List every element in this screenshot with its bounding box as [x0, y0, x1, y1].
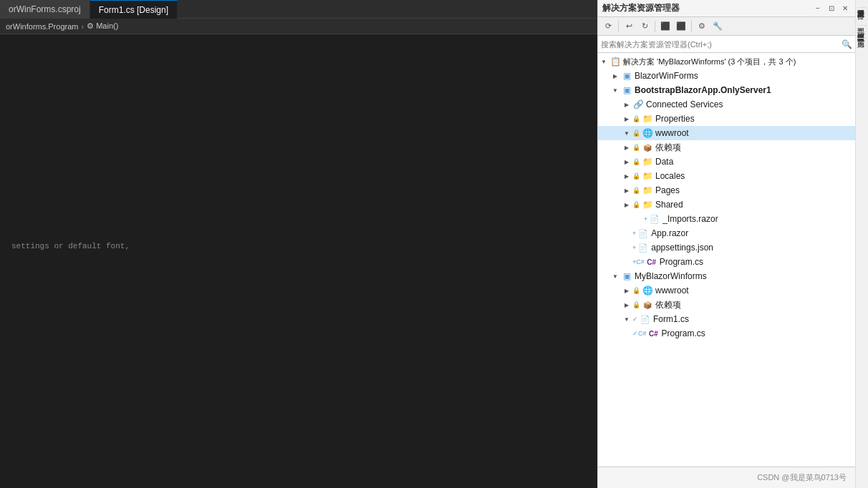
se-search-input[interactable] [601, 40, 842, 49]
tree-item-blazorwinforms[interactable]: ▣ BlazorWinForms [598, 69, 855, 83]
se-pin-button[interactable]: − [812, 3, 824, 14]
se-toolbar-sep2 [655, 21, 655, 32]
tree-icon-pages: 📁 [642, 185, 653, 196]
solution-explorer: 解决方案资源管理器 − ⊡ ✕ ⟳ ↩ ↻ ⬛ ⬛ ⚙ 🔧 🔍 📋 解决方案 '… [597, 0, 855, 488]
tree-icon-deps2: 📦 [642, 299, 653, 311]
se-search-box[interactable]: 🔍 [598, 36, 855, 53]
se-forward-button[interactable]: ↻ [637, 19, 652, 34]
tree-label-blazorwinforms: BlazorWinForms [635, 71, 852, 81]
tree-icon-wwwroot1: 🌐 [642, 127, 653, 139]
tree-icon-myblazor: ▣ [621, 270, 632, 282]
se-tree: 📋 解决方案 'MyBlazorWinforms' (3 个项目，共 3 个) … [598, 53, 855, 467]
lock-icon-locales: 🔒 [632, 172, 640, 180]
tree-item-form1cs[interactable]: ✓ 📄 Form1.cs [598, 312, 855, 326]
tree-icon-connected: 🔗 [632, 99, 644, 110]
tree-item-deps1[interactable]: 🔒 📦 依赖项 [598, 140, 855, 155]
tree-icon-blazorwinforms: ▣ [621, 70, 632, 82]
tree-item-locales[interactable]: 🔒 📁 Locales [598, 169, 855, 183]
tree-item-myblazor[interactable]: ▣ MyBlazorWinforms [598, 269, 855, 283]
tree-item-apprazor[interactable]: + 📄 App.razor [598, 226, 855, 240]
se-back-button[interactable]: ↩ [622, 19, 636, 34]
tree-item-solution[interactable]: 📋 解决方案 'MyBlazorWinforms' (3 个项目，共 3 个) [598, 54, 855, 69]
breadcrumb-part1: orWinforms.Program [6, 22, 78, 31]
tree-item-data[interactable]: 🔒 📁 Data [598, 155, 855, 169]
tree-icon-appsettings: 📄 [637, 242, 649, 253]
check-icon-form1cs: ✓ [632, 316, 638, 323]
tree-label-wwwroot1: wwwroot [655, 128, 852, 138]
tree-arrow-properties [621, 116, 632, 122]
breadcrumb: orWinforms.Program › ⚙ Main() [0, 19, 597, 34]
tree-label-locales: Locales [655, 171, 852, 181]
tree-label-deps2: 依赖项 [655, 299, 852, 311]
lock-icon-wwwroot2: 🔒 [632, 287, 640, 294]
se-sync-button[interactable]: ⟳ [601, 19, 615, 34]
strip-item-solution[interactable]: 解决方案资源管理器 [857, 1, 867, 8]
editor-area: orWinForms.csproj Form1.cs [Design] orWi… [0, 0, 597, 488]
tree-item-properties[interactable]: 🔒 📁 Properties [598, 112, 855, 126]
tree-item-appsettings[interactable]: + 📄 appsettings.json [598, 240, 855, 255]
tree-arrow-bootstrap [609, 87, 621, 94]
tree-item-imports[interactable]: + 📄 _Imports.razor [598, 212, 855, 226]
se-tools-button[interactable]: 🔧 [710, 19, 725, 34]
tab-form1[interactable]: Form1.cs [Design] [90, 0, 178, 19]
tree-arrow-pages [621, 187, 632, 194]
tree-label-apprazor: App.razor [651, 228, 852, 238]
lock-icon-data: 🔒 [632, 158, 640, 165]
tabs-bar: orWinForms.csproj Form1.cs [Design] [0, 0, 597, 19]
tree-item-wwwroot2[interactable]: 🔒 🌐 wwwroot [598, 283, 855, 298]
tree-label-form1cs: Form1.cs [653, 314, 852, 324]
tree-item-program1[interactable]: +C# C# Program.cs [598, 255, 855, 269]
plus-icon-imports: + [644, 215, 647, 223]
tree-arrow-shared [621, 202, 632, 208]
se-settings-button[interactable]: ⚙ [695, 19, 709, 34]
tree-label-appsettings: appsettings.json [651, 243, 852, 253]
se-collapse-button[interactable]: ⬛ [658, 19, 672, 34]
se-expand-button[interactable]: ⬛ [674, 19, 688, 34]
se-close-button[interactable]: ✕ [839, 3, 851, 14]
se-title: 解决方案资源管理器 [602, 2, 812, 14]
tree-item-connected[interactable]: 🔗 Connected Services [598, 97, 855, 112]
lock-icon-deps1: 🔒 [632, 144, 640, 151]
tree-icon-apprazor: 📄 [637, 228, 649, 239]
lock-icon-properties: 🔒 [632, 115, 640, 122]
tree-arrow-data [621, 159, 632, 165]
breadcrumb-sep: › [81, 22, 84, 31]
tab-csproj[interactable]: orWinForms.csproj [0, 0, 90, 19]
tree-label-program1: Program.cs [660, 257, 852, 267]
se-titlebar-icons: − ⊡ ✕ [812, 3, 851, 14]
tree-item-wwwroot1[interactable]: 🔒 🌐 wwwroot [598, 126, 855, 140]
tree-label-imports: _Imports.razor [662, 214, 852, 224]
tree-arrow-blazorwinforms [609, 73, 621, 79]
se-toolbar-sep3 [691, 21, 692, 32]
strip-item-team[interactable]: 团队资源管理器 [857, 26, 867, 32]
se-toolbar-sep1 [618, 21, 619, 32]
tree-icon-locales: 📁 [642, 170, 653, 182]
code-editor[interactable]: settings or default font, [0, 34, 597, 488]
tree-icon-form1cs: 📄 [640, 313, 651, 325]
check-icon-program2: ✓C# [632, 330, 647, 337]
tree-icon-bootstrap: ▣ [621, 84, 632, 96]
se-toolbar: ⟳ ↩ ↻ ⬛ ⬛ ⚙ 🔧 [598, 17, 855, 36]
tree-icon-wwwroot2: 🌐 [642, 285, 653, 296]
plus-icon-program1: +C# [632, 258, 645, 265]
search-icon: 🔍 [842, 39, 852, 49]
lock-icon-deps2: 🔒 [632, 301, 640, 308]
tree-item-shared[interactable]: 🔒 📁 Shared [598, 197, 855, 212]
tree-item-deps2[interactable]: 🔒 📦 依赖项 [598, 298, 855, 312]
tree-icon-deps1: 📦 [642, 142, 653, 153]
tree-item-bootstrap[interactable]: ▣ BootstrapBlazorApp.OnlyServer1 [598, 83, 855, 97]
tree-label-data: Data [655, 157, 852, 167]
se-minimize-button[interactable]: ⊡ [826, 3, 837, 14]
tree-label-pages: Pages [655, 185, 852, 195]
code-text: settings or default font, [11, 240, 586, 253]
tree-item-program2[interactable]: ✓C# C# Program.cs [598, 326, 855, 341]
strip-item-gallery[interactable]: 画廊 [857, 32, 867, 39]
strip-item-git[interactable]: Git 视图 [857, 8, 867, 26]
tree-arrow-connected [621, 102, 632, 108]
tree-icon-program2: C# [648, 328, 660, 339]
tree-item-pages[interactable]: 🔒 📁 Pages [598, 183, 855, 197]
tree-arrow-solution [598, 59, 609, 65]
lock-icon-shared: 🔒 [632, 201, 640, 208]
right-vertical-strip: 解决方案资源管理器 Git 视图 团队资源管理器 画廊 [855, 0, 868, 488]
se-titlebar: 解决方案资源管理器 − ⊡ ✕ [598, 0, 855, 17]
